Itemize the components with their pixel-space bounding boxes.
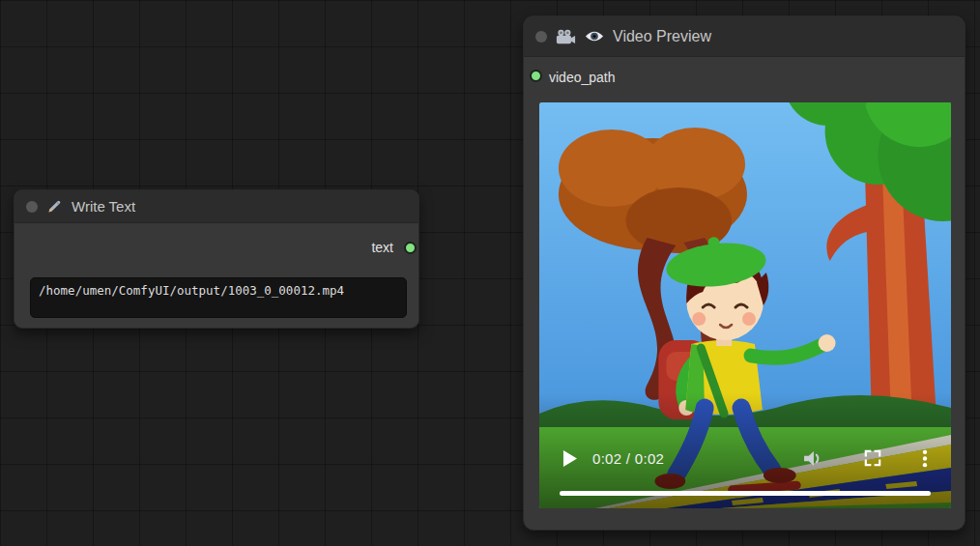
node-title: Video Preview — [613, 28, 711, 45]
eye-icon — [585, 30, 604, 43]
play-icon[interactable] — [562, 450, 577, 467]
collapse-dot[interactable] — [535, 31, 547, 43]
overflow-menu-icon[interactable] — [922, 449, 928, 468]
video-controls: 0:02 / 0:02 — [539, 444, 951, 473]
input-port-label: video_path — [549, 70, 616, 85]
text-widget-input[interactable]: /home/umen/ComfyUI/output/1003_0_00012.m… — [30, 277, 407, 318]
video-preview-node[interactable]: Video Preview video_path — [523, 15, 966, 531]
time-display: 0:02 / 0:02 — [592, 450, 664, 467]
progress-bar[interactable] — [560, 491, 931, 496]
write-text-titlebar[interactable]: Write Text — [14, 190, 418, 223]
video-preview-titlebar[interactable]: Video Preview — [524, 16, 965, 57]
collapse-dot[interactable] — [26, 201, 38, 213]
camcorder-icon — [556, 29, 576, 44]
pencil-icon — [46, 198, 63, 215]
write-text-node[interactable]: Write Text text /home/umen/ComfyUI/outpu… — [14, 189, 419, 329]
fullscreen-icon[interactable] — [864, 449, 881, 467]
output-port-label: text — [371, 240, 393, 255]
output-port-text[interactable] — [404, 242, 417, 254]
link-layer — [0, 0, 290, 145]
video-player[interactable]: 0:02 / 0:02 — [539, 102, 951, 508]
input-port-video-path[interactable] — [530, 70, 542, 82]
volume-icon[interactable] — [803, 450, 823, 467]
node-title: Write Text — [72, 198, 135, 215]
node-graph-canvas[interactable]: Write Text text /home/umen/ComfyUI/outpu… — [0, 0, 980, 546]
